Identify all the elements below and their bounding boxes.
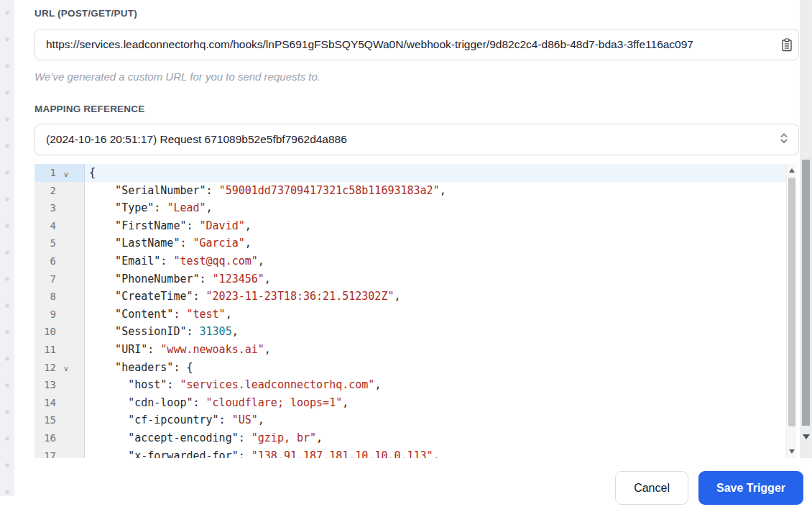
code-line-content: "Email": "test@qq.com", (85, 252, 796, 270)
code-line-content: "Type": "Lead", (85, 199, 796, 217)
fold-spacer (56, 277, 76, 280)
code-line-content: "FirstName": "David", (85, 217, 796, 235)
editor-line[interactable]: 9 "Content": "test", (34, 306, 796, 324)
editor-gutter-cell: 8 (34, 288, 85, 306)
line-number: 11 (34, 341, 56, 359)
code-line-content: "CreateTime": "2023-11-23T18:36:21.51230… (85, 288, 796, 306)
scroll-up-arrow-icon[interactable] (789, 168, 795, 173)
editor-line[interactable]: 3 "Type": "Lead", (34, 199, 796, 217)
request-payload-code-editor[interactable]: 1v{2 "SerialNumber": "59001dd73709417321… (34, 164, 796, 458)
editor-gutter-cell: 12v (34, 359, 85, 377)
editor-line[interactable]: 4 "FirstName": "David", (34, 217, 796, 235)
editor-line[interactable]: 11 "URI": "www.newoaks.ai", (34, 341, 796, 359)
editor-gutter-cell: 6 (34, 252, 85, 270)
clipboard-copy-icon (781, 43, 793, 54)
code-line-content: "x-forwarded-for": "138.91.187.181,10.10… (85, 447, 796, 459)
line-number: 7 (34, 270, 56, 288)
code-line-content: "URI": "www.newoaks.ai", (85, 341, 796, 359)
line-number: 17 (34, 447, 56, 459)
line-number: 8 (34, 288, 56, 306)
code-line-content: "LastName": "Garcia", (85, 234, 796, 252)
fold-spacer (56, 242, 76, 245)
editor-line[interactable]: 13 "host": "services.leadconnectorhq.com… (34, 376, 796, 394)
footer-actions: Cancel Save Trigger (615, 471, 803, 505)
page-scrollbar-thumb[interactable] (802, 160, 810, 426)
fold-spacer (56, 348, 76, 352)
line-number: 9 (34, 306, 56, 324)
line-number: 16 (34, 429, 56, 447)
editor-line[interactable]: 15 "cf-ipcountry": "US", (34, 411, 796, 429)
code-line-content: "cf-ipcountry": "US", (85, 411, 796, 429)
editor-gutter-cell: 17 (34, 447, 85, 459)
editor-line[interactable]: 1v{ (34, 164, 796, 182)
page-scrollbar[interactable] (800, 0, 812, 458)
line-number: 1 (34, 164, 56, 182)
line-number: 4 (34, 217, 56, 235)
editor-gutter-cell: 14 (34, 394, 85, 412)
fold-spacer (56, 224, 76, 228)
scroll-down-arrow-icon[interactable] (789, 449, 795, 454)
fold-spacer (56, 330, 76, 334)
fold-spacer (56, 383, 76, 387)
editor-line[interactable]: 6 "Email": "test@qq.com", (34, 252, 796, 270)
editor-line[interactable]: 14 "cdn-loop": "cloudflare; loops=1", (34, 394, 796, 412)
code-editor-lines: 1v{2 "SerialNumber": "59001dd73709417321… (34, 164, 796, 458)
fold-toggle-icon[interactable]: v (56, 362, 76, 372)
editor-gutter-cell: 15 (34, 411, 85, 429)
cancel-button[interactable]: Cancel (615, 471, 688, 505)
editor-gutter-cell: 16 (34, 429, 85, 447)
editor-gutter-cell: 10 (34, 323, 85, 341)
line-number: 3 (34, 199, 56, 217)
fold-spacer (56, 260, 76, 263)
fold-spacer (56, 454, 76, 457)
editor-line[interactable]: 12v "headers": { (34, 359, 796, 377)
copy-url-button[interactable] (780, 38, 793, 52)
editor-line[interactable]: 8 "CreateTime": "2023-11-23T18:36:21.512… (34, 288, 796, 306)
editor-gutter-cell: 4 (34, 217, 85, 235)
line-number: 6 (34, 252, 56, 270)
editor-line[interactable]: 10 "SessionID": 31305, (34, 323, 796, 341)
url-field-label: URL (POST/GET/PUT) (34, 8, 137, 19)
editor-gutter-cell: 13 (34, 376, 85, 394)
code-line-content: "host": "services.leadconnectorhq.com", (85, 376, 796, 394)
save-trigger-button[interactable]: Save Trigger (698, 471, 803, 505)
fold-spacer (56, 188, 76, 192)
editor-line[interactable]: 2 "SerialNumber": "59001dd73709417321c58… (34, 182, 796, 200)
code-line-content: "SerialNumber": "59001dd73709417321c58b1… (85, 182, 796, 200)
code-line-content: "Content": "test", (85, 306, 796, 324)
editor-scrollbar-thumb[interactable] (788, 178, 795, 426)
mapping-reference-selected-value: (2024-10-16 20:51:17) Request 671089b52e… (46, 133, 347, 146)
editor-gutter-cell: 3 (34, 199, 85, 217)
url-helper-text: We’ve generated a custom URL for you to … (34, 70, 320, 83)
page-scroll-down-arrow-icon[interactable] (803, 434, 810, 439)
url-input-wrap (34, 29, 799, 60)
fold-spacer (56, 313, 76, 316)
code-line-content: "PhoneNumber": "123456", (85, 270, 796, 288)
editor-line[interactable]: 17 "x-forwarded-for": "138.91.187.181,10… (34, 447, 796, 459)
line-number: 2 (34, 182, 56, 200)
canvas-dots-strip (0, 0, 14, 496)
code-line-content: "headers": { (85, 359, 796, 377)
fold-spacer (56, 436, 76, 440)
fold-spacer (56, 295, 76, 298)
fold-toggle-icon[interactable]: v (56, 168, 76, 178)
fold-spacer (56, 419, 76, 422)
editor-gutter-cell: 9 (34, 306, 85, 324)
line-number: 5 (34, 234, 56, 252)
editor-gutter-cell: 2 (34, 182, 85, 200)
mapping-reference-select[interactable]: (2024-10-16 20:51:17) Request 671089b52e… (34, 124, 799, 155)
editor-scrollbar[interactable] (786, 164, 796, 458)
editor-line[interactable]: 7 "PhoneNumber": "123456", (34, 270, 796, 288)
editor-line[interactable]: 16 "accept-encoding": "gzip, br", (34, 429, 796, 447)
mapping-reference-label: MAPPING REFERENCE (34, 104, 144, 114)
editor-line[interactable]: 5 "LastName": "Garcia", (34, 234, 796, 252)
fold-spacer (56, 401, 76, 405)
line-number: 15 (34, 411, 56, 429)
editor-gutter-cell: 1v (34, 164, 85, 182)
code-line-content: "accept-encoding": "gzip, br", (85, 429, 796, 447)
up-down-chevron-icon (780, 132, 788, 148)
editor-gutter-cell: 7 (34, 270, 85, 288)
fold-spacer (56, 206, 76, 210)
code-line-content: "SessionID": 31305, (85, 323, 796, 341)
webhook-url-input[interactable] (34, 29, 799, 60)
